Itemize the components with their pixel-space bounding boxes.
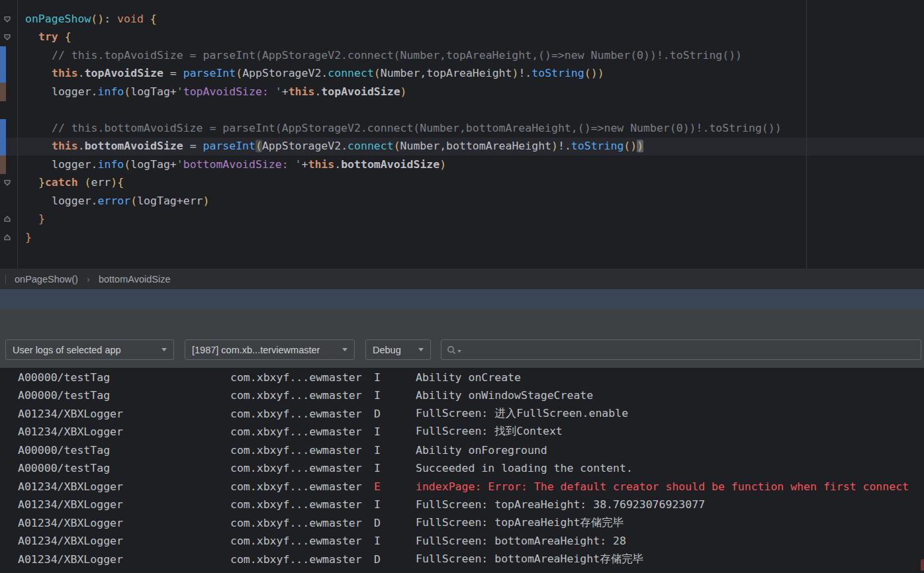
code-line[interactable]: } [0, 210, 924, 229]
code-line[interactable]: logger.info(logTag+'bottomAvoidSize: '+t… [0, 155, 924, 174]
code-line[interactable] [0, 101, 924, 120]
panel-splitter-band[interactable] [0, 289, 924, 308]
breadcrumb: onPageShow() › bottomAvoidSize [0, 269, 924, 289]
vcs-change-marker[interactable] [0, 155, 6, 174]
code-token: + [302, 158, 308, 171]
code-token: topAvoidSize [85, 67, 163, 80]
code-token: + [282, 85, 289, 98]
log-search-field[interactable] [441, 339, 921, 360]
log-row[interactable]: A01234/XBXLoggercom.xbxyf...ewmasterEind… [0, 477, 924, 496]
log-pkg: com.xbxyf...ewmaster [230, 462, 362, 474]
code-token: logger. [52, 195, 98, 207]
log-row[interactable]: A01234/XBXLoggercom.xbxyf...ewmasterIFul… [0, 532, 924, 551]
code-token: = [183, 140, 203, 153]
code-token: + [170, 158, 177, 171]
log-msg: Succeeded in loading the content. [416, 462, 633, 474]
code-token: ) [439, 158, 446, 171]
code-token: logTag+err [137, 195, 203, 207]
code-line[interactable]: this.topAvoidSize = parseInt(AppStorageV… [0, 65, 924, 83]
code-editor[interactable]: onPageShow(): void {try {// this.topAvoi… [0, 0, 924, 269]
code-token: ) [111, 177, 117, 189]
code-token: this [52, 140, 78, 153]
log-msg: FullScreen: bottomAreaHeight: 28 [416, 535, 626, 547]
code-token: } [38, 213, 45, 226]
log-pkg: com.xbxyf...ewmaster [230, 535, 362, 547]
vcs-change-marker[interactable] [0, 46, 6, 65]
log-row[interactable]: A01234/XBXLoggercom.xbxyf...ewmasterDFul… [0, 550, 924, 568]
code-line[interactable]: onPageShow(): void { [0, 10, 924, 28]
code-line[interactable]: // this.bottomAvoidSize = parseInt(AppSt… [0, 119, 924, 138]
log-source-dropdown[interactable]: User logs of selected app [5, 339, 174, 360]
code-token: ' [177, 85, 183, 98]
code-token [58, 31, 65, 44]
code-token: () [91, 13, 104, 25]
code-token: try [38, 31, 58, 44]
code-token: { [117, 177, 124, 189]
code-token: ) [400, 85, 407, 98]
vcs-change-marker[interactable] [0, 83, 6, 101]
code-token: bottomAvoidSize [85, 140, 183, 153]
vcs-change-marker[interactable] [0, 65, 6, 83]
log-row[interactable]: A00000/testTagcom.xbxyf...ewmasterIAbili… [0, 441, 924, 459]
code-token: ) [598, 67, 604, 80]
code-line[interactable]: } [0, 228, 924, 247]
log-tag: A01234/XBXLogger [18, 407, 123, 419]
code-line[interactable]: logger.error(logTag+err) [0, 192, 924, 210]
code-line-current[interactable]: this.bottomAvoidSize = parseInt(AppStora… [0, 138, 924, 156]
log-level-dropdown-value: Debug [373, 345, 413, 355]
code-token: !. [558, 140, 571, 153]
log-lvl: I [374, 535, 381, 547]
code-token: ' [177, 158, 183, 171]
log-pkg: com.xbxyf...ewmaster [230, 443, 362, 456]
code-token: ( [85, 177, 91, 189]
code-token: () [584, 67, 598, 80]
vcs-change-marker[interactable] [0, 119, 6, 138]
scrollbar-error-mark[interactable] [921, 559, 924, 571]
fold-toggle-icon[interactable] [3, 15, 12, 24]
search-input[interactable] [465, 344, 915, 356]
log-row[interactable]: A01234/XBXLoggercom.xbxyf...ewmasterIFul… [0, 496, 924, 514]
log-lvl: D [374, 516, 381, 529]
code-line[interactable]: logger.info(logTag+'topAvoidSize: '+this… [0, 83, 924, 101]
right-margin-guide [806, 0, 807, 269]
code-token: ( [255, 140, 262, 153]
code-line[interactable]: // this.topAvoidSize = parseInt(AppStora… [0, 46, 924, 65]
log-lvl: I [374, 371, 381, 383]
fold-toggle-icon[interactable] [3, 178, 12, 187]
code-text: } [38, 210, 45, 229]
vcs-change-marker[interactable] [0, 138, 6, 156]
log-row[interactable]: A00000/testTagcom.xbxyf...ewmasterIAbili… [0, 386, 924, 405]
log-lvl: I [374, 462, 381, 474]
code-text: // this.topAvoidSize = parseInt(AppStora… [52, 46, 742, 65]
code-text: try { [38, 28, 71, 47]
fold-toggle-icon[interactable] [3, 233, 12, 242]
process-dropdown[interactable]: [1987] com.xb...terviewmaster [185, 339, 355, 360]
breadcrumb-item-field[interactable]: bottomAvoidSize [99, 274, 171, 285]
code-token: logger. [52, 158, 98, 171]
log-row[interactable]: A01234/XBXLoggercom.xbxyf...ewmasterDFul… [0, 404, 924, 423]
fold-toggle-icon[interactable] [3, 214, 12, 224]
search-icon [447, 345, 461, 355]
log-tag: A01234/XBXLogger [18, 480, 123, 492]
code-token: Number,bottomAreaHeight [400, 140, 551, 153]
log-row[interactable]: A01234/XBXLoggercom.xbxyf...ewmasterIFul… [0, 423, 924, 441]
code-token: . [334, 158, 341, 171]
log-source-dropdown-value: User logs of selected app [13, 345, 156, 355]
log-row[interactable]: A00000/testTagcom.xbxyf...ewmasterISucce… [0, 459, 924, 478]
log-msg: Ability onCreate [416, 371, 521, 383]
code-token: topAvoidSize [321, 85, 400, 98]
log-row[interactable]: A00000/testTagcom.xbxyf...ewmasterIAbili… [0, 368, 924, 386]
code-token: logTag [130, 158, 170, 171]
code-token: topAvoidSize: [183, 85, 275, 98]
chevron-down-icon [162, 348, 167, 351]
code-token: parseInt [203, 140, 255, 153]
breadcrumb-item-method[interactable]: onPageShow() [15, 274, 78, 285]
breadcrumb-tick [5, 275, 6, 284]
log-msg: indexPage: Error: The default creator sh… [416, 480, 909, 492]
log-row[interactable]: A01234/XBXLoggercom.xbxyf...ewmasterDFul… [0, 513, 924, 532]
fold-toggle-icon[interactable] [3, 32, 12, 42]
log-msg: Ability onForeground [416, 443, 547, 456]
code-line[interactable]: }catch (err){ [0, 174, 924, 193]
code-line[interactable]: try { [0, 28, 924, 47]
log-level-dropdown[interactable]: Debug [365, 339, 431, 360]
